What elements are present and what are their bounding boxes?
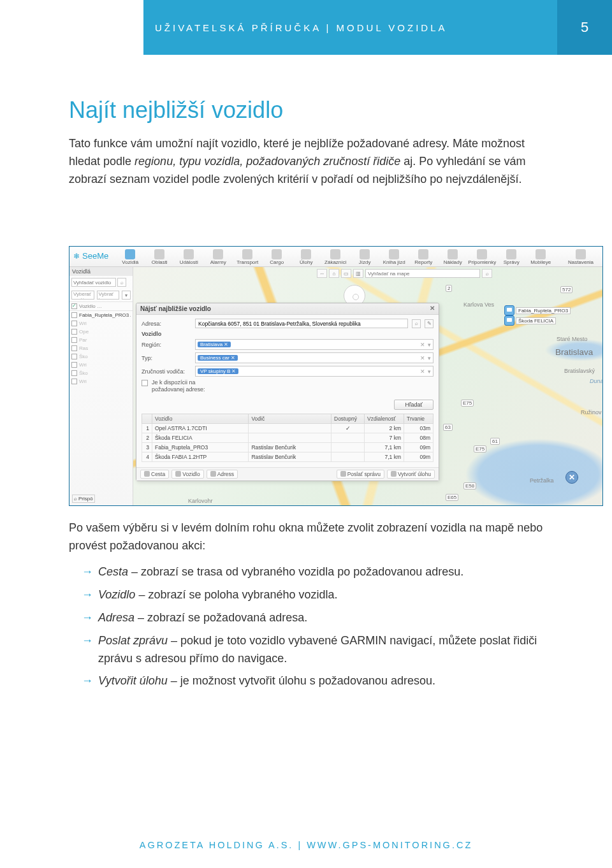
map-tool-icon[interactable]: ↔ xyxy=(317,269,327,278)
col-duration[interactable]: Trvanie xyxy=(404,414,433,423)
toolbar-item-reports[interactable]: Reporty xyxy=(409,249,437,265)
checkbox[interactable] xyxy=(71,379,77,384)
vehicle-row[interactable]: Fabia_Ruptela_PRO3 / Bratislava … xyxy=(69,311,133,319)
vehicle-row[interactable]: Ško xyxy=(69,352,133,361)
chevron-down-icon[interactable]: ▾ xyxy=(428,342,431,348)
map-tool-icon[interactable]: ▭ xyxy=(341,269,351,278)
table-row[interactable]: 1Opel ASTRA 1.7CDTI✓2 km03m xyxy=(142,423,433,433)
type-tagbox[interactable]: Business car✕ ✕▾ xyxy=(195,352,433,363)
vehicle-row[interactable]: Ras xyxy=(69,344,133,352)
toolbar-item-areas[interactable]: Oblasti xyxy=(145,249,173,265)
tag-skill[interactable]: VP skupiny B✕ xyxy=(198,368,238,374)
map-tool-icon[interactable]: ▥ xyxy=(353,269,363,278)
clear-icon[interactable]: ✕ xyxy=(420,355,425,361)
checkbox[interactable] xyxy=(71,321,77,326)
checkbox[interactable] xyxy=(71,354,77,359)
search-icon[interactable]: ⌕ xyxy=(117,278,126,287)
search-button[interactable]: Hľadať xyxy=(394,400,433,410)
label-address: Adresa: xyxy=(142,321,191,327)
toolbar-item-vehicles[interactable]: Vozidlá xyxy=(116,249,144,265)
road-badge: 2 xyxy=(446,285,452,292)
clear-icon[interactable]: ✕ xyxy=(420,368,425,375)
col-num[interactable] xyxy=(142,414,152,423)
customize-button[interactable]: ⌕Prispô xyxy=(72,495,95,503)
task-icon xyxy=(301,249,311,259)
chip-vehicle[interactable]: Vozidlo xyxy=(171,470,203,479)
chip-route[interactable]: Cesta xyxy=(140,470,169,479)
table-row[interactable]: 3Fabia_Ruptela_PRO3Rastislav Benčurik7,1… xyxy=(142,442,433,452)
bullet-term: Vozidlo xyxy=(98,588,135,601)
tag-region[interactable]: Bratislava✕ xyxy=(198,342,231,347)
toolbar-item-tasks[interactable]: Úlohy xyxy=(292,249,320,265)
vehicle-row[interactable]: Wri xyxy=(69,361,133,369)
toolbar-item-cargo[interactable]: Cargo xyxy=(263,249,291,265)
clear-icon[interactable]: ✕ xyxy=(420,342,425,348)
vehicle-marker[interactable]: Škoda FELICIA xyxy=(504,315,556,326)
table-row[interactable]: 4Škoda FABIA 1.2HTPRastislav Benčurik7,1… xyxy=(142,452,433,461)
chevron-down-icon[interactable]: ▾ xyxy=(428,368,431,375)
region-dropdown[interactable]: Vyberať región xyxy=(71,291,94,300)
vehicle-row[interactable]: Wri xyxy=(69,319,133,328)
toolbar-settings[interactable]: Nastavenia xyxy=(563,249,599,265)
tag-type[interactable]: Business car✕ xyxy=(198,355,238,361)
map-tool-icon[interactable]: ⌂ xyxy=(329,269,339,278)
col-driver[interactable]: Vodič xyxy=(249,414,332,423)
toolbar-item-transport[interactable]: Transport xyxy=(233,249,261,265)
table-row[interactable]: 2Škoda FELICIA7 km08m xyxy=(142,433,433,442)
tag-remove-icon[interactable]: ✕ xyxy=(231,368,236,374)
vehicle-marker[interactable]: Fabia_Ruptela_PRO3 xyxy=(504,305,571,315)
checkbox[interactable] xyxy=(71,337,77,343)
checkbox[interactable] xyxy=(71,362,77,368)
chip-create-task[interactable]: Vytvoriť úlohu xyxy=(387,470,435,479)
chip-address[interactable]: Adress xyxy=(207,470,238,479)
chevron-down-icon[interactable]: ▾ xyxy=(428,355,431,361)
vehicle-marker-label: Škoda FELICIA xyxy=(516,317,556,324)
checkbox[interactable] xyxy=(71,370,77,376)
tag-remove-icon[interactable]: ✕ xyxy=(224,342,228,347)
skills-tagbox[interactable]: VP skupiny B✕ ✕▾ xyxy=(195,366,433,377)
toolbar-item-logbook[interactable]: Kniha jízd xyxy=(380,249,408,265)
search-icon[interactable]: ⌕ xyxy=(412,319,421,328)
toolbar-item-events[interactable]: Události xyxy=(175,249,203,265)
window-titlebar[interactable]: Nájsť najbližšie vozidlo ✕ xyxy=(136,303,439,315)
toolbar-item-trips[interactable]: Jízdy xyxy=(351,249,379,265)
toolbar-item-alarms[interactable]: Alarmy xyxy=(204,249,232,265)
col-distance[interactable]: Vzdialenosť xyxy=(365,414,404,423)
checkbox[interactable] xyxy=(71,345,77,351)
app-logo[interactable]: ❄SeeMe xyxy=(73,251,108,261)
vehicle-row[interactable]: Ško xyxy=(69,369,133,377)
close-icon[interactable]: ✕ xyxy=(428,305,436,312)
sidebar-search-input[interactable] xyxy=(71,278,116,287)
checkbox[interactable] xyxy=(71,329,77,335)
vehicle-pin-icon xyxy=(504,315,514,326)
destination-marker[interactable]: ✕ xyxy=(565,471,578,484)
expand-icon[interactable]: ▾ xyxy=(122,291,131,300)
toolbar-item-costs[interactable]: Náklady xyxy=(439,249,467,265)
tag-remove-icon[interactable]: ✕ xyxy=(231,355,235,361)
col-avail[interactable]: Dostupný xyxy=(332,414,365,423)
region-tagbox[interactable]: Bratislava✕ ✕▾ xyxy=(195,339,433,350)
road-badge: 572 xyxy=(560,286,572,293)
label-skills: Zručnosti vodiča: xyxy=(142,368,191,375)
map-search-input[interactable] xyxy=(365,269,480,278)
vehicle-row[interactable]: Wri xyxy=(69,377,133,386)
road-badge: E75 xyxy=(461,400,474,407)
col-vehicle[interactable]: Vozidlo xyxy=(152,414,249,423)
vehicle-row[interactable]: Ope xyxy=(69,328,133,336)
toolbar-item-mobileye[interactable]: Mobileye xyxy=(527,249,555,265)
availability-checkbox[interactable] xyxy=(142,380,148,386)
vehicle-row[interactable]: Par xyxy=(69,336,133,344)
map-pick-icon[interactable]: ✎ xyxy=(425,319,433,328)
checkbox-all[interactable] xyxy=(71,303,77,309)
toolbar-item-reminders[interactable]: Pripomienky xyxy=(468,249,496,265)
checkbox[interactable] xyxy=(71,312,77,318)
toolbar-item-customers[interactable]: Zákazníci xyxy=(321,249,349,265)
vehicles-sidebar: Vozidlá ⌕ Vyberať región Vybrať typ ▾ Vo… xyxy=(69,267,133,505)
chip-send-message[interactable]: Poslať správu xyxy=(337,470,384,479)
address-input[interactable] xyxy=(195,319,408,328)
search-icon[interactable]: ⌕ xyxy=(482,269,492,278)
toolbar-item-messages[interactable]: Správy xyxy=(497,249,525,265)
section-title: Najít nejbližší vozidlo xyxy=(69,97,283,124)
book-icon xyxy=(389,249,399,259)
type-dropdown[interactable]: Vybrať typ xyxy=(97,291,120,300)
